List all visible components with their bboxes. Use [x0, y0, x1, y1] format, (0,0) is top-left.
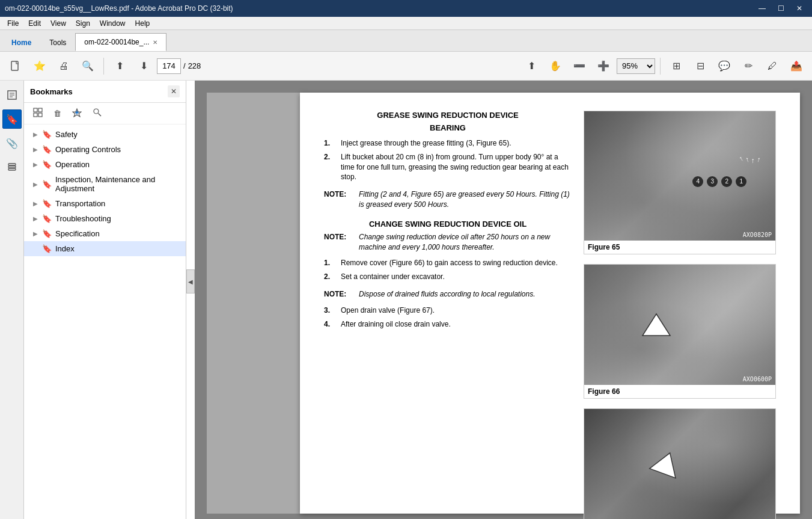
- menu-help[interactable]: Help: [130, 18, 155, 29]
- step-1-1-text: Inject grease through the grease fitting…: [341, 138, 511, 149]
- svg-rect-5: [8, 168, 16, 170]
- bookmark-specification[interactable]: ▶ 🔖 Specification: [24, 226, 186, 241]
- add-bookmark-button[interactable]: [68, 105, 86, 121]
- tab-document[interactable]: om-022-00014be_... ✕: [75, 33, 166, 51]
- figure-65-arrows: ↑ ↑ ↑ ↑: [740, 156, 760, 165]
- section1-note: NOTE: Fitting (2 and 4, Figure 65) are g…: [324, 189, 572, 210]
- bookmark-troubleshooting[interactable]: ▶ 🔖 Troubleshooting: [24, 211, 186, 226]
- maximize-button[interactable]: ☐: [773, 3, 789, 14]
- bookmark-operation[interactable]: ▶ 🔖 Operation: [24, 157, 186, 172]
- step-2-1-num: 1.: [324, 258, 336, 268]
- close-bookmarks-button[interactable]: ✕: [168, 85, 180, 97]
- page-input-group: / 228: [157, 58, 201, 74]
- pdf-page: GREASE SWING REDUCTION DEVICE BEARING 1.…: [300, 93, 800, 514]
- step-2-4: 4. After draining oil close drain valve.: [324, 319, 572, 330]
- step-2-1-text: Remove cover (Figure 66) to gain access …: [341, 258, 558, 268]
- section2-note1: NOTE: Change swing reduction device oil …: [324, 232, 572, 253]
- print-button[interactable]: 🖨: [53, 55, 75, 77]
- search-bookmarks-button[interactable]: [88, 105, 106, 121]
- svg-rect-8: [34, 108, 37, 112]
- num-1: 1: [736, 176, 746, 187]
- attachments-panel-button[interactable]: 📎: [2, 134, 22, 153]
- highlight-button[interactable]: 🖊: [762, 55, 783, 77]
- bookmark-label-troubleshooting: Troubleshooting: [55, 214, 181, 223]
- figure-66-arrow: [641, 313, 671, 339]
- pdf-area[interactable]: GREASE SWING REDUCTION DEVICE BEARING 1.…: [195, 81, 812, 519]
- expand-all-button[interactable]: [29, 105, 47, 121]
- step-2-2: 2. Set a container under excavator.: [324, 272, 572, 282]
- prev-page-button[interactable]: ⬆: [109, 55, 130, 77]
- bookmark-icon-index: 🔖: [42, 244, 52, 253]
- step-2-2-num: 2.: [324, 272, 336, 282]
- figure-67-image: HBOM981P: [584, 409, 775, 519]
- pen-button[interactable]: ✏: [737, 55, 759, 77]
- fit-page-button[interactable]: ⊞: [665, 55, 687, 77]
- step-2-3: 3. Open drain valve (Figure 67).: [324, 306, 572, 316]
- menu-window[interactable]: Window: [95, 18, 130, 29]
- bookmark-transportation[interactable]: ▶ 🔖 Transportation: [24, 196, 186, 211]
- svg-line-16: [99, 114, 102, 117]
- hand-tool[interactable]: ✋: [545, 55, 566, 77]
- section2-steps: 1. Remove cover (Figure 66) to gain acce…: [324, 258, 572, 282]
- menu-edit[interactable]: Edit: [23, 18, 46, 29]
- bookmark-label-safety: Safety: [55, 130, 181, 139]
- note1-label: NOTE:: [324, 189, 354, 210]
- svg-rect-9: [38, 108, 42, 112]
- bookmarks-panel-button[interactable]: 🔖: [2, 109, 22, 129]
- bookmark-index[interactable]: 🔖 Index: [24, 241, 186, 256]
- comment-button[interactable]: 💬: [713, 55, 735, 77]
- svg-rect-11: [38, 113, 42, 117]
- zoom-in-button[interactable]: ➕: [593, 55, 614, 77]
- close-window-button[interactable]: ✕: [792, 3, 807, 14]
- page-number-input[interactable]: [157, 58, 181, 74]
- tab-close-button[interactable]: ✕: [153, 39, 157, 46]
- minimize-button[interactable]: —: [754, 3, 771, 14]
- pdf-left-margin: [207, 93, 300, 514]
- title-bar-text: om-022-00014be_s55vg__LowRes.pdf - Adobe…: [5, 4, 754, 13]
- step-1-2-text: Lift bucket about 20 cm (8 in) from grou…: [341, 152, 572, 182]
- bookmarks-toolbar: 🗑: [24, 103, 186, 124]
- fit-width-button[interactable]: ⊟: [689, 55, 711, 77]
- bookmark-inspection[interactable]: ▶ 🔖 Inspection, Maintenance and Adjustme…: [24, 172, 186, 196]
- zoom-out-button[interactable]: ➖: [569, 55, 590, 77]
- pages-panel-button[interactable]: [2, 85, 22, 105]
- delete-bookmark-button[interactable]: 🗑: [49, 106, 66, 120]
- step-1-2-num: 2.: [324, 152, 336, 182]
- tab-home[interactable]: Home: [2, 33, 40, 51]
- bookmark-label-index: Index: [55, 244, 181, 253]
- layers-panel-button[interactable]: [2, 158, 22, 177]
- step-1-1-num: 1.: [324, 138, 336, 149]
- bookmarks-header: Bookmarks ✕: [24, 81, 186, 103]
- section2-steps2: 3. Open drain valve (Figure 67). 4. Afte…: [324, 306, 572, 330]
- search-button[interactable]: 🔍: [77, 55, 99, 77]
- menu-file[interactable]: File: [2, 18, 23, 29]
- figure-66-img-sim: [584, 265, 775, 385]
- bookmark-safety[interactable]: ▶ 🔖 Safety: [24, 127, 186, 142]
- separator-1: [103, 58, 104, 75]
- bookmark-button[interactable]: ⭐: [29, 55, 50, 77]
- menu-view[interactable]: View: [46, 18, 71, 29]
- menu-sign[interactable]: Sign: [71, 18, 95, 29]
- zoom-select[interactable]: 50% 75% 95% 100% 125% 150% 200%: [617, 58, 655, 74]
- section2-title: CHANGE SWING REDUCTION DEVICE OIL: [324, 220, 572, 229]
- note2-label: NOTE:: [324, 232, 354, 253]
- cursor-tool[interactable]: ⬆: [520, 55, 542, 77]
- svg-rect-7: [8, 164, 16, 165]
- bookmarks-panel: Bookmarks ✕ 🗑 ▶ 🔖 Safety ▶: [24, 81, 186, 519]
- step-2-3-text: Open drain valve (Figure 67).: [341, 306, 435, 316]
- figure-66-caption: Figure 66: [584, 385, 775, 398]
- tab-tools-label: Tools: [49, 38, 66, 47]
- step-2-4-text: After draining oil close drain valve.: [341, 319, 451, 330]
- step-1-1: 1. Inject grease through the grease fitt…: [324, 138, 572, 149]
- bookmark-operating-controls[interactable]: ▶ 🔖 Operating Controls: [24, 142, 186, 157]
- share-button[interactable]: 📤: [786, 55, 807, 77]
- tab-tools[interactable]: Tools: [40, 33, 75, 51]
- separator-2: [660, 58, 661, 75]
- new-button[interactable]: [5, 55, 26, 77]
- svg-rect-0: [11, 61, 18, 70]
- step-2-4-num: 4.: [324, 319, 336, 330]
- collapse-panel-button[interactable]: ◀: [186, 269, 195, 293]
- next-page-button[interactable]: ⬇: [133, 55, 154, 77]
- toolbar: ⭐ 🖨 🔍 ⬆ ⬇ / 228 ⬆ ✋ ➖ ➕ 50% 75% 95% 100%…: [0, 52, 812, 81]
- figure-65-img-sim: 4 3 2 1 ↑ ↑ ↑ ↑: [584, 111, 775, 241]
